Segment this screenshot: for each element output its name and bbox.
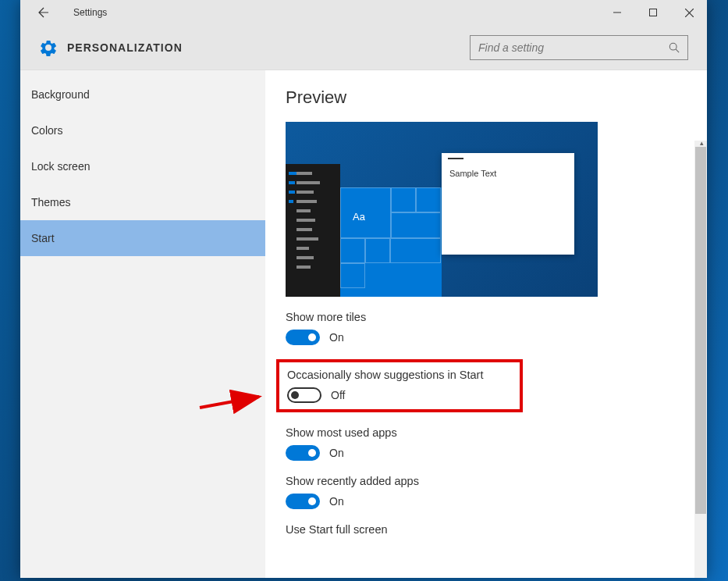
svg-line-5: [676, 49, 679, 52]
sidebar: Background Colors Lock screen Themes Sta…: [20, 70, 265, 578]
toggle-state: On: [329, 447, 344, 459]
toggle-most-used[interactable]: [286, 445, 320, 461]
minimize-button[interactable]: [599, 0, 635, 25]
toggle-recently-added[interactable]: [286, 494, 320, 509]
settings-window: Settings PERSONALIZATION Background Colo…: [20, 0, 707, 578]
sidebar-item-themes[interactable]: Themes: [20, 184, 265, 220]
setting-label: Show most used apps: [286, 426, 691, 439]
search-input[interactable]: [478, 41, 669, 54]
content-area: Background Colors Lock screen Themes Sta…: [20, 70, 707, 578]
back-arrow-icon: [36, 6, 48, 19]
setting-label: Show recently added apps: [286, 475, 691, 487]
maximize-icon: [649, 9, 657, 16]
svg-rect-1: [650, 9, 657, 16]
close-icon: [685, 9, 694, 17]
main-panel: Preview: [265, 70, 707, 578]
preview-start-menu: [340, 187, 442, 297]
sidebar-item-lockscreen[interactable]: Lock screen: [20, 148, 265, 184]
preview-heading: Preview: [286, 87, 691, 108]
scroll-thumb[interactable]: [695, 147, 706, 514]
sidebar-item-colors[interactable]: Colors: [20, 112, 265, 148]
setting-full-screen: Use Start full screen: [286, 523, 691, 536]
setting-label: Use Start full screen: [286, 523, 691, 536]
sidebar-item-start[interactable]: Start: [20, 220, 265, 256]
sidebar-item-background[interactable]: Background: [20, 77, 265, 112]
highlighted-setting-box: Occasionally show suggestions in Start O…: [276, 359, 523, 412]
titlebar: Settings: [20, 0, 707, 25]
window-controls: [599, 0, 707, 25]
svg-point-4: [669, 43, 677, 50]
header: PERSONALIZATION: [20, 25, 707, 70]
toggle-show-more-tiles[interactable]: [286, 330, 320, 345]
setting-label: Occasionally show suggestions in Start: [287, 369, 512, 381]
preview-sample-text: Sample Text: [449, 169, 496, 178]
scroll-up-icon: ▴: [700, 139, 704, 147]
toggle-state: Off: [331, 389, 345, 401]
toggle-suggestions[interactable]: [287, 387, 321, 403]
search-icon: [669, 42, 680, 53]
toggle-state: On: [329, 331, 344, 344]
setting-show-more-tiles: Show more tiles On: [286, 311, 691, 345]
close-button[interactable]: [671, 0, 707, 25]
setting-suggestions: Occasionally show suggestions in Start O…: [287, 369, 512, 403]
setting-recently-added: Show recently added apps On: [286, 475, 691, 509]
preview-sample-window: Sample Text: [442, 153, 574, 255]
scrollbar[interactable]: ▴: [694, 141, 707, 578]
preview-image: Aa Sample Text: [286, 122, 598, 297]
toggle-state: On: [329, 495, 344, 508]
gear-icon: [39, 38, 58, 57]
back-button[interactable]: [30, 0, 55, 25]
preview-font-sample: Aa: [353, 211, 365, 223]
setting-most-used: Show most used apps On: [286, 426, 691, 461]
preview-taskbar: [286, 164, 340, 297]
search-box[interactable]: [470, 35, 688, 60]
minimize-icon: [613, 9, 621, 16]
maximize-button[interactable]: [635, 0, 671, 25]
window-title: Settings: [73, 7, 107, 18]
setting-label: Show more tiles: [286, 311, 691, 323]
page-title: PERSONALIZATION: [67, 41, 183, 54]
